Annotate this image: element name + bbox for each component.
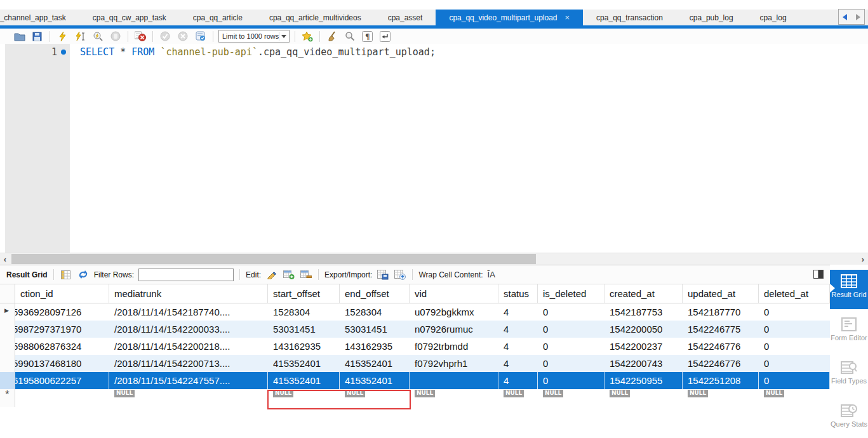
cell-vid[interactable]: n07926rumuc [410, 321, 498, 338]
cell-updated-at[interactable]: 1542251208 [683, 372, 759, 389]
commit-icon[interactable] [158, 30, 172, 43]
explain-plan-icon[interactable] [91, 30, 105, 43]
tab-scroll-right-icon[interactable] [854, 13, 862, 21]
cell-created-at[interactable]: 1542200237 [604, 338, 683, 355]
cell-transaction-id[interactable] [15, 389, 109, 407]
column-header-transaction-id[interactable]: ction_id [15, 284, 109, 303]
cell-status[interactable]: NULL [498, 389, 538, 407]
tab-cpa-qq-article-multivideos[interactable]: cpa_qq_article_multivideos [256, 10, 375, 25]
save-script-icon[interactable] [30, 30, 44, 43]
wrap-text-icon[interactable] [378, 30, 392, 43]
cell-deleted-at[interactable]: 0 [759, 338, 830, 355]
cell-deleted-at[interactable]: 0 [759, 303, 830, 321]
cell-end-offset-highlighted[interactable]: 415352401 [340, 372, 410, 389]
row-header-cell[interactable] [0, 372, 15, 389]
column-header-start-offset[interactable]: start_offset [268, 284, 340, 303]
cell-updated-at[interactable]: 1542246776 [683, 338, 759, 355]
limit-rows-dropdown[interactable]: Limit to 1000 rows [218, 30, 290, 43]
beautify-sql-icon[interactable] [325, 30, 339, 43]
cell-updated-at[interactable]: 1542246776 [683, 355, 759, 372]
rollback-icon[interactable] [176, 30, 190, 43]
cell-updated-at[interactable]: NULL [683, 389, 759, 407]
cell-mediatrunk[interactable]: /2018/11/15/1542247557.... [109, 372, 268, 389]
cell-transaction-id[interactable]: 5990137468180 [15, 355, 109, 372]
sidebar-item-result-grid[interactable]: Result Grid [830, 270, 868, 309]
tab-scroll-left-icon[interactable] [841, 13, 849, 21]
cell-start-offset[interactable]: 1528304 [268, 303, 340, 321]
cell-status[interactable]: 4 [498, 355, 538, 372]
column-header-end-offset[interactable]: end_offset [340, 284, 410, 303]
cell-is-deleted[interactable]: 0 [538, 372, 604, 389]
cell-start-offset[interactable]: 415352401 [268, 355, 340, 372]
cell-vid[interactable]: NULL [410, 389, 498, 407]
tab-close-icon[interactable]: × [565, 13, 570, 22]
cell-mediatrunk[interactable]: /2018/11/14/1542187740.... [109, 303, 268, 321]
cell-start-offset[interactable]: NULL [268, 389, 340, 407]
table-row[interactable]: 5987297371970 /2018/11/14/1542200033....… [0, 321, 830, 338]
column-header-mediatrunk[interactable]: mediatrunk [109, 284, 268, 303]
cell-deleted-at[interactable]: 0 [759, 321, 830, 338]
cell-updated-at[interactable]: 1542246775 [683, 321, 759, 338]
cell-start-offset[interactable]: 53031451 [268, 321, 340, 338]
autocommit-toggle-icon[interactable] [194, 30, 208, 43]
cell-end-offset[interactable]: 53031451 [340, 321, 410, 338]
cell-created-at[interactable]: 1542187753 [604, 303, 683, 321]
cell-end-offset[interactable]: 143162935 [340, 338, 410, 355]
cell-deleted-at[interactable]: NULL [759, 389, 830, 407]
cell-mediatrunk[interactable]: /2018/11/14/1542200218.... [109, 338, 268, 355]
wrap-cell-content-icon[interactable]: ĪA [488, 270, 495, 279]
row-header-cell[interactable] [0, 355, 15, 372]
cell-deleted-at[interactable]: 0 [759, 372, 830, 389]
cell-start-offset[interactable]: 143162935 [268, 338, 340, 355]
row-header-cell[interactable]: ▶ [0, 303, 15, 321]
column-header-updated-at[interactable]: updated_at [683, 284, 759, 303]
cell-transaction-id[interactable]: 6195800622257 [15, 372, 109, 389]
cell-created-at[interactable]: 1542200050 [604, 321, 683, 338]
cell-vid[interactable]: f0792vhprh1 [410, 355, 498, 372]
filter-rows-input[interactable] [138, 269, 234, 281]
import-recordset-icon[interactable] [394, 269, 406, 281]
cell-mediatrunk[interactable]: /2018/11/14/1542200713.... [109, 355, 268, 372]
table-row[interactable]: 5988062876324 /2018/11/14/1542200218....… [0, 338, 830, 355]
sql-code-area[interactable]: SELECT * FROM `channel-pub-api`.cpa_qq_v… [70, 44, 868, 253]
edit-record-icon[interactable] [265, 269, 278, 281]
cell-status[interactable]: 4 [498, 338, 538, 355]
tab-cpa-pub-log[interactable]: cpa_pub_log [676, 10, 747, 25]
execute-query-icon[interactable] [55, 30, 69, 43]
cell-is-deleted[interactable]: 0 [538, 338, 604, 355]
cell-start-offset-highlighted[interactable]: 415352401 [268, 372, 340, 389]
cell-created-at[interactable]: 1542250955 [604, 372, 683, 389]
tab-cpa-log[interactable]: cpa_log [747, 10, 800, 25]
panel-toggle-icon[interactable] [812, 269, 825, 280]
column-header-created-at[interactable]: created_at [604, 284, 683, 303]
delete-row-icon[interactable] [300, 269, 312, 281]
cell-vid[interactable] [410, 372, 498, 389]
refresh-icon[interactable] [77, 269, 90, 281]
cell-is-deleted[interactable]: 0 [538, 321, 604, 338]
cell-is-deleted[interactable]: 0 [538, 355, 604, 372]
cell-updated-at[interactable]: 1542187770 [683, 303, 759, 321]
add-row-icon[interactable] [283, 269, 295, 281]
cell-is-deleted[interactable]: NULL [538, 389, 604, 407]
scroll-left-arrow[interactable]: ‹ [0, 253, 10, 265]
cell-mediatrunk[interactable]: NULL [109, 389, 268, 407]
row-header-cell[interactable] [0, 338, 15, 355]
sidebar-item-form-editor[interactable]: Form Editor [830, 313, 868, 352]
scroll-right-arrow[interactable]: › [858, 253, 868, 265]
execute-current-statement-icon[interactable] [73, 30, 87, 43]
row-header-cell[interactable] [0, 321, 15, 338]
tab-cpa-qq-video-multipart-upload[interactable]: cpa_qq_video_multipart_upload × [436, 10, 583, 25]
sidebar-item-field-types[interactable]: Field Types [830, 356, 868, 395]
open-script-icon[interactable] [13, 30, 27, 43]
tab-cpa-qq-transaction[interactable]: cpa_qq_transaction [583, 10, 676, 25]
column-header-vid[interactable]: vid [410, 284, 498, 303]
cell-end-offset[interactable]: NULL [340, 389, 410, 407]
cell-created-at[interactable]: NULL [604, 389, 683, 407]
tab-channel-app-task[interactable]: a_channel_app_task [0, 10, 79, 25]
save-snippet-icon[interactable] [300, 30, 314, 43]
tab-cpa-asset[interactable]: cpa_asset [375, 10, 436, 25]
row-header-cell[interactable]: * [0, 389, 15, 407]
cell-vid[interactable]: f0792trbmdd [410, 338, 498, 355]
sidebar-item-query-stats[interactable]: Query Stats [830, 399, 868, 438]
stop-on-error-toggle-icon[interactable] [133, 30, 147, 43]
